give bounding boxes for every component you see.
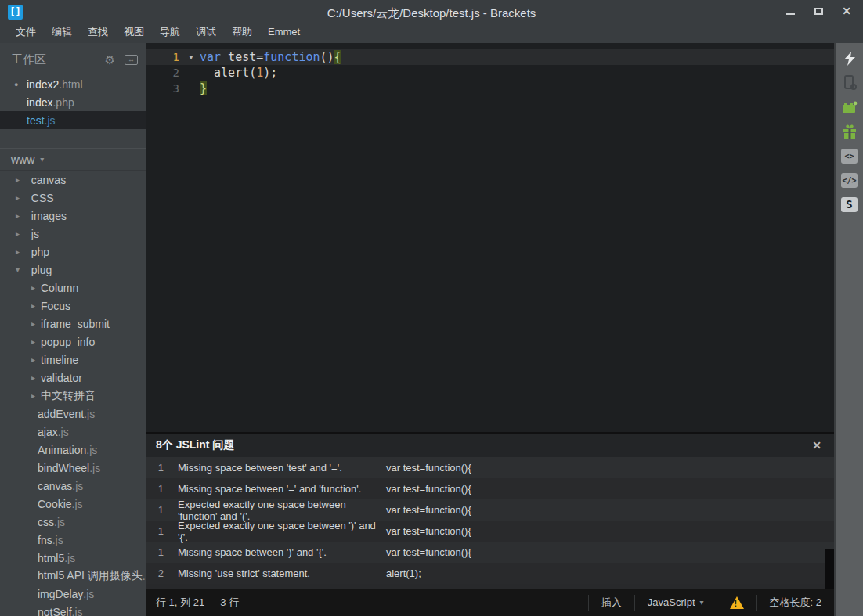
- problem-row[interactable]: 1 Missing space between 'test' and '='. …: [146, 457, 834, 478]
- tree-folder-php[interactable]: ▸_php: [0, 243, 146, 261]
- minimize-icon: [786, 13, 795, 15]
- chevron-right-icon: ▸: [16, 229, 25, 238]
- window-controls: ✕: [780, 3, 857, 19]
- tree-file-ajax[interactable]: ajax.js: [0, 423, 146, 441]
- menu-bar: 文件 编辑 查找 视图 导航 调试 帮助 Emmet: [8, 20, 308, 43]
- chevron-right-icon: ▸: [31, 319, 41, 328]
- menu-edit[interactable]: 编辑: [44, 21, 80, 43]
- code-editor[interactable]: 1 ▼ var test=function(){ 2 alert(1); 3 }: [146, 43, 834, 432]
- tree-file-fns[interactable]: fns.js: [0, 531, 146, 549]
- code-extension-icon[interactable]: <>: [841, 148, 858, 164]
- menu-emmet[interactable]: Emmet: [260, 22, 308, 41]
- chevron-right-icon: ▸: [31, 391, 41, 400]
- tree-folder-popup-info[interactable]: ▸popup_info: [0, 333, 146, 351]
- tree-file-html5-api-camera[interactable]: html5 API 调用摄像头.h: [0, 567, 146, 585]
- chevron-right-icon: ▸: [16, 193, 25, 202]
- mobile-device-icon[interactable]: [841, 75, 858, 91]
- chevron-right-icon: ▸: [16, 211, 25, 220]
- menu-find[interactable]: 查找: [80, 21, 116, 43]
- working-file-index[interactable]: index.php: [0, 93, 146, 111]
- tree-folder-canvas[interactable]: ▸_canvas: [0, 171, 146, 189]
- gear-icon[interactable]: ⚙: [105, 53, 115, 67]
- problem-row[interactable]: 2 Missing 'use strict' statement. alert(…: [146, 563, 834, 584]
- matched-brace: {: [334, 50, 341, 64]
- warning-icon: !: [730, 596, 744, 609]
- menu-navigate[interactable]: 导航: [152, 21, 188, 43]
- code-text: var test=function(){: [200, 50, 341, 64]
- panel-title: 8个 JSLint 问题: [156, 438, 809, 452]
- code-block-extension-icon[interactable]: </>: [841, 172, 858, 188]
- line-number: 2: [146, 67, 182, 79]
- live-preview-lightning-icon[interactable]: [841, 51, 858, 67]
- tree-folder-timeline[interactable]: ▸timeline: [0, 351, 146, 369]
- code-text: alert(1);: [200, 66, 277, 80]
- code-line-3[interactable]: 3 }: [146, 81, 834, 96]
- window-title: C:/Users/云龙/Desktop/test.js - Brackets: [0, 6, 863, 21]
- minimize-button[interactable]: [780, 3, 800, 19]
- problem-row[interactable]: 1 Missing space between ')' and '{'. var…: [146, 542, 834, 563]
- menu-view[interactable]: 视图: [116, 21, 152, 43]
- tree-file-cookie[interactable]: Cookie.js: [0, 495, 146, 513]
- line-number: 1: [146, 51, 182, 63]
- unsaved-dot-icon: ●: [14, 81, 18, 88]
- indent-size-setting[interactable]: 空格长度: 2: [757, 596, 834, 610]
- tree-folder-js[interactable]: ▸_js: [0, 225, 146, 243]
- working-file-test-selected[interactable]: test.js: [0, 111, 146, 129]
- fold-arrow-icon[interactable]: ▼: [182, 53, 200, 61]
- maximize-icon: [814, 8, 823, 15]
- snippets-extension-icon[interactable]: S: [841, 196, 858, 212]
- insert-mode-indicator[interactable]: 插入: [589, 596, 634, 610]
- working-set-title: 工作区: [11, 52, 105, 67]
- tree-folder-pinyin[interactable]: ▸中文转拼音: [0, 387, 146, 405]
- chevron-right-icon: ▸: [31, 337, 41, 346]
- lint-status-button[interactable]: !: [717, 596, 756, 609]
- tree-folder-column[interactable]: ▸Column: [0, 279, 146, 297]
- panel-header: 8个 JSLint 问题 ✕: [146, 434, 834, 457]
- tree-file-addevent[interactable]: addEvent.js: [0, 405, 146, 423]
- maximize-button[interactable]: [808, 3, 829, 19]
- project-dropdown[interactable]: www ▾: [0, 149, 146, 171]
- problem-row[interactable]: 1 Expected exactly one space between ')'…: [146, 521, 834, 542]
- brackets-window: [] C:/Users/云龙/Desktop/test.js - Bracket…: [0, 0, 863, 616]
- tree-file-bindwheel[interactable]: bindWheel.js: [0, 459, 146, 477]
- tree-file-imgdelay[interactable]: imgDelay.js: [0, 585, 146, 603]
- line-number: 3: [146, 82, 182, 95]
- chevron-down-icon: ▾: [16, 265, 25, 274]
- jslint-problems-panel: 8个 JSLint 问题 ✕ 1 Missing space between '…: [146, 432, 834, 589]
- menu-file[interactable]: 文件: [8, 21, 44, 43]
- tree-folder-validator[interactable]: ▸validator: [0, 369, 146, 387]
- problem-row[interactable]: 1 Missing space between '=' and 'functio…: [146, 478, 834, 499]
- language-selector[interactable]: JavaScript ▾: [635, 596, 717, 608]
- chevron-down-icon: ▾: [700, 598, 704, 607]
- menu-help[interactable]: 帮助: [224, 21, 260, 43]
- code-line-2[interactable]: 2 alert(1);: [146, 65, 834, 81]
- chevron-right-icon: ▸: [31, 373, 41, 382]
- code-line-1[interactable]: 1 ▼ var test=function(){: [146, 49, 834, 65]
- tree-folder-plug-expanded[interactable]: ▾_plug: [0, 261, 146, 279]
- title-bar: [] C:/Users/云龙/Desktop/test.js - Bracket…: [0, 0, 863, 43]
- status-bar: 行 1, 列 21 — 3 行 插入 JavaScript ▾ ! 空格长度: …: [146, 589, 834, 616]
- extension-manager-brick-icon[interactable]: [841, 99, 858, 115]
- working-set-header: 工作区 ⚙ ↔: [0, 43, 146, 75]
- tree-file-notself[interactable]: notSelf.js: [0, 603, 146, 616]
- working-file-index2[interactable]: ● index2.html: [0, 75, 146, 93]
- split-view-icon[interactable]: ↔: [125, 55, 138, 65]
- close-button[interactable]: ✕: [836, 3, 857, 19]
- close-icon[interactable]: ✕: [809, 439, 825, 452]
- tree-file-canvas[interactable]: canvas.js: [0, 477, 146, 495]
- panel-scrollbar[interactable]: [825, 549, 834, 590]
- chevron-right-icon: ▸: [31, 301, 41, 310]
- tree-folder-images[interactable]: ▸_images: [0, 207, 146, 225]
- gift-whats-new-icon[interactable]: [841, 124, 858, 139]
- tree-folder-css[interactable]: ▸_CSS: [0, 189, 146, 207]
- tree-folder-iframe-submit[interactable]: ▸iframe_submit: [0, 315, 146, 333]
- problem-row[interactable]: 1 Expected exactly one space between 'fu…: [146, 499, 834, 521]
- chevron-down-icon: ▾: [40, 155, 44, 164]
- tree-file-html5[interactable]: html5.js: [0, 549, 146, 567]
- menu-debug[interactable]: 调试: [188, 21, 224, 43]
- tree-file-animation[interactable]: Animation.js: [0, 441, 146, 459]
- tree-folder-focus[interactable]: ▸Focus: [0, 297, 146, 315]
- chevron-right-icon: ▸: [16, 247, 25, 256]
- tree-file-css[interactable]: css.js: [0, 513, 146, 531]
- sidebar: 工作区 ⚙ ↔ ● index2.html index.php test.js …: [0, 43, 146, 616]
